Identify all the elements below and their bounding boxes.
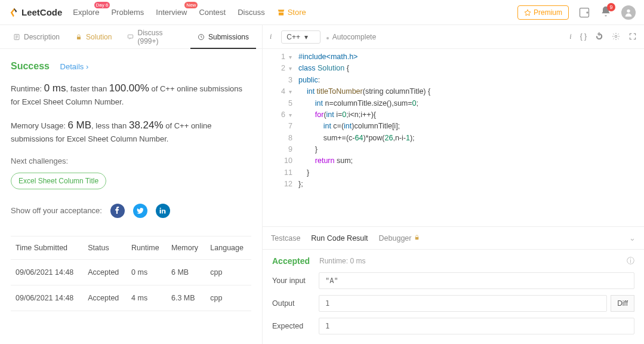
details-link[interactable]: Details › (60, 62, 89, 71)
editor-toolbar: i C++ ▾ Autocomplete i { } (263, 25, 644, 49)
input-value: "A" (319, 272, 634, 289)
next-challenge-chip[interactable]: Excel Sheet Column Title (11, 173, 106, 189)
gutter: 1▾2▾3 4▾56▾ 789101112 (263, 51, 298, 226)
history-icon (198, 33, 205, 41)
next-challenges-label: Next challenges: (11, 156, 251, 165)
twitter-icon[interactable] (133, 204, 147, 218)
code-editor[interactable]: 1▾2▾3 4▾56▾ 789101112 #include<math.h> c… (263, 49, 644, 226)
runtime-stat: Runtime: 0 ms, faster than 100.00% of C+… (11, 80, 251, 109)
svg-point-1 (627, 9, 630, 12)
diff-button[interactable]: Diff (611, 295, 634, 312)
nav-store[interactable]: Store (277, 8, 306, 17)
tab-solution[interactable]: Solution (68, 25, 119, 48)
table-row[interactable]: 09/06/2021 14:48 Accepted 4 ms 6.3 MB cp… (11, 285, 251, 311)
tab-testcase[interactable]: Testcase (271, 234, 300, 242)
leetcode-icon (8, 7, 19, 18)
memory-stat: Memory Usage: 6 MB, less than 38.24% of … (11, 117, 251, 146)
svg-rect-9 (415, 237, 419, 239)
logo[interactable]: LeetCode (8, 7, 62, 18)
nav-right: Premium 9 (517, 5, 636, 20)
bell-count: 9 (607, 3, 615, 11)
col-status: Status (83, 236, 127, 259)
table-row[interactable]: 09/06/2021 14:48 Accepted 0 ms 6 MB cpp (11, 259, 251, 285)
top-nav: LeetCode ExploreDay 6 Problems Interview… (0, 0, 644, 25)
notifications-button[interactable]: 9 (600, 5, 612, 19)
show-off-row: Show off your acceptance: (11, 204, 251, 218)
expected-label: Expected (272, 322, 319, 330)
nav-problems[interactable]: Problems (111, 8, 144, 17)
editor-info-icon[interactable]: i (569, 32, 571, 41)
reset-icon[interactable] (595, 32, 603, 41)
left-pane: Description Solution Discuss (999+) Subm… (0, 25, 263, 344)
logo-text: LeetCode (21, 7, 62, 17)
lock-icon (414, 234, 420, 241)
tab-run-result[interactable]: Run Code Result (311, 234, 368, 242)
output-value: 1 (319, 295, 607, 312)
linkedin-icon[interactable] (156, 204, 170, 218)
run-status: Accepted (272, 256, 310, 266)
col-runtime: Runtime (127, 236, 167, 259)
col-lang: Language (205, 236, 251, 259)
tab-debugger[interactable]: Debugger (379, 234, 420, 242)
explore-badge: Day 6 (94, 2, 110, 8)
nav-links: ExploreDay 6 Problems InterviewNew Conte… (73, 8, 306, 17)
nav-explore[interactable]: ExploreDay 6 (73, 8, 99, 17)
tab-submissions[interactable]: Submissions (190, 25, 256, 48)
discuss-icon (127, 33, 134, 41)
description-icon (13, 33, 20, 41)
interview-badge: New (184, 2, 198, 8)
left-tabs: Description Solution Discuss (999+) Subm… (0, 25, 262, 49)
braces-icon[interactable]: { } (580, 32, 587, 41)
nav-interview[interactable]: InterviewNew (156, 8, 187, 17)
tab-discuss[interactable]: Discuss (999+) (120, 25, 189, 48)
autocomplete-toggle[interactable]: Autocomplete (326, 33, 376, 41)
svg-point-8 (615, 35, 617, 38)
lock-icon (75, 33, 82, 41)
playground-icon[interactable] (578, 7, 590, 19)
input-label: Your input (272, 277, 319, 285)
premium-button[interactable]: Premium (517, 5, 569, 20)
show-off-label: Show off your acceptance: (11, 206, 102, 215)
code-lines: #include<math.h> class Solution { public… (298, 51, 644, 226)
store-icon (277, 8, 285, 17)
help-icon[interactable]: ⓘ (627, 256, 634, 266)
facebook-icon[interactable] (110, 204, 125, 218)
svg-rect-6 (160, 210, 161, 214)
language-select[interactable]: C++ ▾ (281, 30, 320, 44)
info-icon[interactable]: i (270, 32, 272, 41)
submissions-table: Time Submitted Status Runtime Memory Lan… (11, 236, 251, 311)
result-tabs: Testcase Run Code Result Debugger ⌄ (263, 227, 644, 250)
svg-point-7 (160, 208, 161, 209)
svg-rect-4 (128, 35, 133, 38)
submission-body: Success Details › Runtime: 0 ms, faster … (0, 49, 262, 344)
collapse-icon[interactable]: ⌄ (629, 234, 636, 242)
result-panel: Testcase Run Code Result Debugger ⌄ Acce… (263, 226, 644, 344)
settings-icon[interactable] (612, 32, 620, 41)
tab-description[interactable]: Description (6, 25, 67, 48)
col-time: Time Submitted (11, 236, 83, 259)
run-runtime: Runtime: 0 ms (319, 257, 365, 265)
nav-discuss[interactable]: Discuss (238, 8, 265, 17)
right-pane: i C++ ▾ Autocomplete i { } 1▾2▾3 4▾56▾ 7… (263, 25, 644, 344)
svg-rect-3 (77, 36, 81, 39)
avatar[interactable] (621, 5, 636, 20)
expected-value: 1 (319, 318, 634, 334)
output-label: Output (272, 299, 319, 308)
fullscreen-icon[interactable] (628, 32, 637, 41)
star-icon (524, 9, 531, 16)
col-memory: Memory (167, 236, 205, 259)
nav-contest[interactable]: Contest (199, 8, 226, 17)
success-label: Success (11, 61, 50, 71)
user-icon (624, 8, 633, 17)
